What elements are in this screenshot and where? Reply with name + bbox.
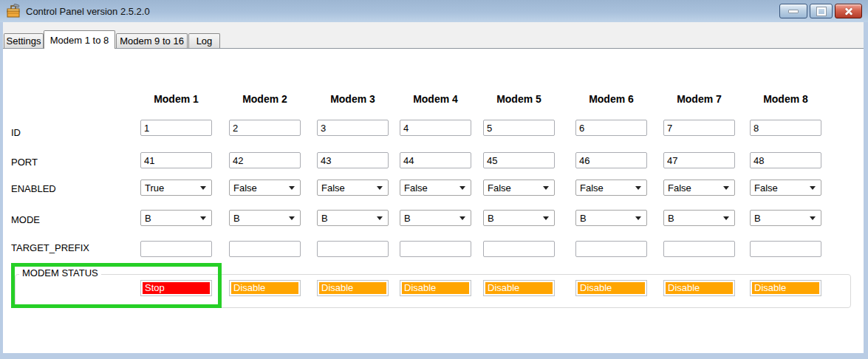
modem-5-target-prefix-input[interactable] <box>483 241 555 257</box>
chevron-down-icon <box>377 186 383 190</box>
modem-3-id-input[interactable] <box>317 120 389 136</box>
close-button[interactable] <box>835 4 862 18</box>
chevron-down-icon <box>377 216 383 220</box>
chevron-down-icon <box>723 216 729 220</box>
selected-value: B <box>576 213 635 224</box>
minimize-button[interactable] <box>779 4 807 18</box>
chevron-down-icon <box>289 186 295 190</box>
modem-3-enabled-select[interactable]: False <box>317 180 389 196</box>
modem-1-port-input[interactable] <box>140 152 212 168</box>
row-label-target-prefix: TARGET_PREFIX <box>11 242 89 253</box>
modem-8-enabled-select[interactable]: False <box>750 180 821 196</box>
modem-1-enabled-select[interactable]: True <box>140 180 212 196</box>
chevron-down-icon <box>723 186 729 190</box>
modem-8-port-input[interactable] <box>750 152 821 168</box>
column-header-modem-6: Modem 6 <box>575 93 647 105</box>
selected-value: B <box>664 213 723 224</box>
modem-6-enabled-select[interactable]: False <box>575 180 647 196</box>
chevron-down-icon <box>635 216 641 220</box>
selected-value: B <box>751 213 810 224</box>
modem-7-enabled-select[interactable]: False <box>663 180 735 196</box>
chevron-down-icon <box>200 186 206 190</box>
modem-5-id-input[interactable] <box>483 120 555 136</box>
tab-modem-1-to-8[interactable]: Modem 1 to 8 <box>44 30 115 49</box>
modem-2-id-input[interactable] <box>229 120 301 136</box>
row-label-port: PORT <box>11 157 38 168</box>
modem-5-enabled-select[interactable]: False <box>483 180 555 196</box>
chevron-down-icon <box>810 186 816 190</box>
column-header-modem-2: Modem 2 <box>229 93 301 105</box>
status-value: Disable <box>485 282 553 294</box>
status-value: Disable <box>752 282 819 294</box>
modem-4-target-prefix-input[interactable] <box>400 241 471 257</box>
chevron-down-icon <box>810 216 816 220</box>
modem-2-mode-select[interactable]: B <box>229 210 301 226</box>
modem-5-status: Disable <box>483 280 555 296</box>
status-value: Disable <box>666 282 733 294</box>
selected-value: False <box>484 182 543 194</box>
selected-value: B <box>318 213 377 224</box>
modem-4-port-input[interactable] <box>400 152 471 168</box>
modem-3-target-prefix-input[interactable] <box>317 241 389 257</box>
maximize-icon <box>817 7 826 16</box>
modem-4-status: Disable <box>400 280 471 296</box>
modem-7-mode-select[interactable]: B <box>663 210 735 226</box>
modem-1-mode-select[interactable]: B <box>140 210 212 226</box>
column-header-modem-8: Modem 8 <box>750 93 821 105</box>
modem-3-port-input[interactable] <box>317 152 389 168</box>
modem-3-status: Disable <box>317 280 389 296</box>
selected-value: False <box>230 182 289 194</box>
chevron-down-icon <box>459 216 465 220</box>
selected-value: False <box>751 182 810 194</box>
selected-value: False <box>576 182 635 194</box>
tab-settings[interactable]: Settings <box>4 33 44 48</box>
modem-8-id-input[interactable] <box>750 120 821 136</box>
selected-value: B <box>141 213 200 224</box>
chevron-down-icon <box>200 216 206 220</box>
modem-5-mode-select[interactable]: B <box>483 210 555 226</box>
tab-log[interactable]: Log <box>188 33 220 48</box>
window-frame-left <box>0 22 3 359</box>
maximize-button[interactable] <box>810 4 833 18</box>
modem-5-port-input[interactable] <box>483 152 555 168</box>
selected-value: True <box>141 182 200 194</box>
modem-2-status: Disable <box>229 280 301 296</box>
selected-value: B <box>400 213 459 224</box>
modem-6-id-input[interactable] <box>575 120 647 136</box>
modem-2-port-input[interactable] <box>229 152 301 168</box>
modem-8-status: Disable <box>750 280 821 296</box>
modem-1-target-prefix-input[interactable] <box>140 241 212 257</box>
column-header-modem-7: Modem 7 <box>663 93 735 105</box>
modem-7-port-input[interactable] <box>663 152 735 168</box>
selected-value: False <box>400 182 459 194</box>
modem-4-id-input[interactable] <box>400 120 471 136</box>
modem-7-target-prefix-input[interactable] <box>663 241 735 257</box>
modem-2-target-prefix-input[interactable] <box>229 241 301 257</box>
modem-6-mode-select[interactable]: B <box>575 210 647 226</box>
chevron-down-icon <box>543 216 549 220</box>
selected-value: B <box>484 213 543 224</box>
column-header-modem-1: Modem 1 <box>140 93 212 105</box>
minimize-icon <box>788 10 799 13</box>
tab-modem-9-to-16[interactable]: Modem 9 to 16 <box>116 33 188 48</box>
close-icon <box>844 7 854 16</box>
modem-4-enabled-select[interactable]: False <box>400 180 471 196</box>
modem-3-mode-select[interactable]: B <box>317 210 389 226</box>
toolbox-icon <box>6 4 21 18</box>
modem-8-target-prefix-input[interactable] <box>750 241 821 257</box>
status-value: Disable <box>402 282 469 294</box>
status-value: Disable <box>578 282 645 294</box>
row-label-mode: MODE <box>11 214 40 225</box>
modem-1-id-input[interactable] <box>140 120 212 136</box>
chevron-down-icon <box>459 186 465 190</box>
modem-1-status: Stop <box>140 280 212 296</box>
modem-7-id-input[interactable] <box>663 120 735 136</box>
chevron-down-icon <box>543 186 549 190</box>
modem-4-mode-select[interactable]: B <box>400 210 471 226</box>
modem-7-status: Disable <box>663 280 735 296</box>
modem-2-enabled-select[interactable]: False <box>229 180 301 196</box>
modem-6-target-prefix-input[interactable] <box>575 241 647 257</box>
modem-8-mode-select[interactable]: B <box>750 210 821 226</box>
window-title: Control Panel version 2.5.2.0 <box>26 6 150 17</box>
modem-6-port-input[interactable] <box>575 152 647 168</box>
